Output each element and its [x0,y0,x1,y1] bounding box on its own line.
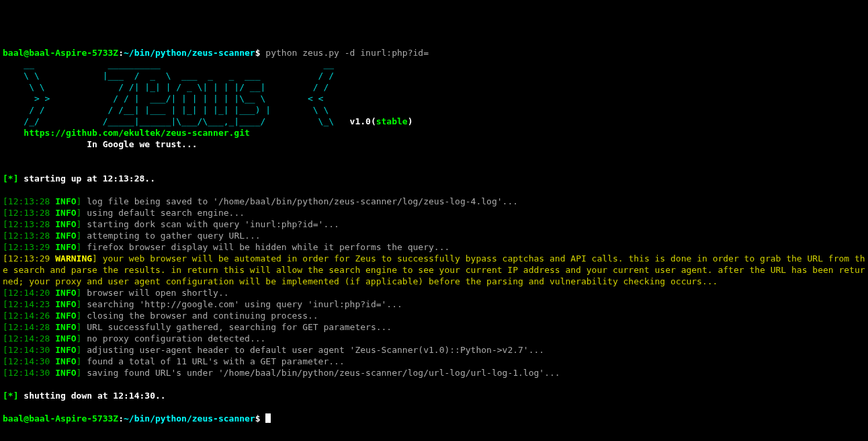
ascii-art: __ __________ __ \ \ |___ / _ \ ___ _ _ … [3,58,865,127]
log-line: [12:13:28 INFO] attempting to gather que… [3,230,865,241]
log-line: [12:13:28 INFO] using default search eng… [3,207,865,218]
log-line: [12:13:29 WARNING] your web browser will… [3,253,865,287]
cursor [265,413,271,423]
user-host: baal@baal-Aspire-5733Z [3,48,118,58]
startup-line: [*] starting up at 12:13:28.. [3,173,865,184]
prompt-line-2[interactable]: baal@baal-Aspire-5733Z:~/bin/python/zeus… [3,413,865,424]
log-line: [12:14:20 INFO] browser will open shortl… [3,287,865,298]
terminal-output[interactable]: baal@baal-Aspire-5733Z:~/bin/python/zeus… [3,47,865,424]
shutdown-line: [*] shutting down at 12:14:30.. [3,390,865,401]
log-line: [12:13:29 INFO] firefox browser display … [3,241,865,253]
version-text: v1.0(stable) [334,116,413,126]
log-line: [12:14:30 INFO] saving found URL's under… [3,367,865,378]
repo-url: https://github.com/ekultek/zeus-scanner.… [3,127,865,138]
command-text: python zeus.py -d inurl:php?id= [261,48,429,58]
log-line: [12:13:28 INFO] starting dork scan with … [3,218,865,230]
log-line: [12:14:28 INFO] no proxy configuration d… [3,333,865,344]
log-line: [12:14:23 INFO] searching 'http://google… [3,298,865,310]
log-line: [12:14:28 INFO] URL successfully gathere… [3,321,865,333]
log-line: [12:14:30 INFO] found a total of 11 URL'… [3,356,865,367]
log-line: [12:14:26 INFO] closing the browser and … [3,310,865,321]
log-output: [12:13:28 INFO] log file being saved to … [3,196,865,378]
log-line: [12:14:30 INFO] adjusting user-agent hea… [3,344,865,356]
cwd-path: ~/bin/python/zeus-scanner [124,48,255,58]
prompt-line-1: baal@baal-Aspire-5733Z:~/bin/python/zeus… [3,47,865,58]
log-line: [12:13:28 INFO] log file being saved to … [3,196,865,207]
tagline: In Google we trust... [3,138,865,150]
